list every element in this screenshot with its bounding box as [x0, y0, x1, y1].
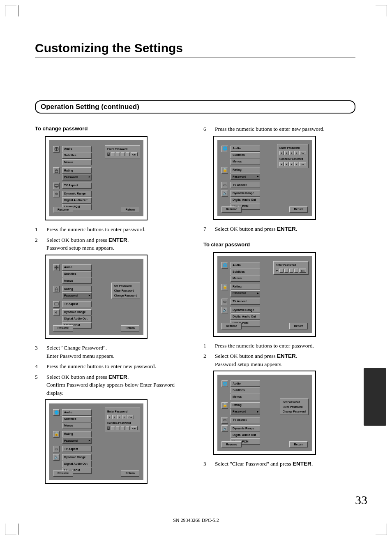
menu-item: Digital Audio Out — [62, 197, 92, 204]
thumb-tab — [364, 368, 386, 426]
return-button: Return — [121, 207, 139, 213]
tv-icon: ▭ — [221, 417, 228, 424]
osd-screenshot: 🌐AudioSubtitlesMenus 🔒RatingPassword▸ ▭T… — [213, 252, 316, 336]
globe-icon — [53, 146, 60, 153]
submenu-item: Clear Password — [113, 288, 139, 293]
step-text: Press the numeric buttons to enter new p… — [215, 125, 325, 133]
lock-icon: 🔒 — [221, 402, 228, 409]
speaker-icon: 🔊 — [53, 454, 60, 461]
crop-mark — [5, 524, 16, 535]
globe-icon — [53, 264, 60, 271]
crop-mark — [5, 5, 16, 16]
popup-label: Enter Password — [107, 147, 138, 151]
svg-rect-2 — [55, 184, 58, 187]
tv-icon: ▭ — [221, 182, 228, 188]
menu-item: TV Aspect — [62, 183, 92, 189]
menu-item: Audio — [62, 146, 92, 152]
crop-mark — [376, 5, 387, 16]
speaker-icon: 🔊 — [221, 307, 228, 313]
svg-rect-4 — [55, 289, 58, 291]
password-submenu: Set Password Clear Password Change Passw… — [111, 283, 140, 299]
lock-icon: 🔒 — [221, 167, 228, 174]
menu-item: Subtitles — [62, 153, 92, 159]
lock-icon: 🔒 — [53, 431, 60, 438]
globe-icon: 🌐 — [221, 380, 228, 387]
password-popup: Enter Password ▴▾ OK — [105, 145, 140, 158]
osd-screenshot: AudioSubtitlesMenus RatingPassword▸ TV A… — [45, 255, 148, 339]
right-column: 6Press the numeric buttons to enter new … — [203, 125, 355, 487]
speaker-icon: 🔊 — [221, 425, 228, 432]
osd-screenshot: 🌐AudioSubtitlesMenus 🔒RatingPassword▸ ▭T… — [213, 136, 316, 220]
step-text: Press the numeric buttons to enter passw… — [46, 225, 145, 234]
svg-rect-5 — [55, 303, 58, 305]
resume-button: Resume — [53, 207, 73, 213]
step-text: Press the numeric buttons to enter passw… — [215, 342, 314, 350]
page-title: Customizing the Settings — [35, 41, 355, 59]
speaker-icon — [53, 309, 60, 316]
crop-mark — [376, 524, 387, 535]
menu-item: Dynamic Range — [62, 191, 92, 197]
step-text: Select "Clear Password" and press ENTER. — [215, 460, 313, 468]
osd-screenshot: 🌐AudioSubtitlesMenus 🔒RatingPassword▸ ▭T… — [45, 399, 148, 484]
tv-icon — [53, 183, 60, 189]
lock-icon — [53, 286, 60, 292]
section-title: Operation Setting (continued) — [41, 103, 350, 111]
lock-icon: 🔒 — [221, 284, 228, 290]
step-text: Select "Change Password".Enter Password … — [46, 344, 115, 360]
page-number: 33 — [355, 493, 367, 507]
menu-item: Rating — [62, 167, 92, 174]
svg-rect-1 — [55, 171, 58, 173]
globe-icon: 🌐 — [53, 409, 60, 416]
submenu-item: Change Password — [113, 293, 139, 298]
tv-icon: ▭ — [53, 446, 60, 452]
password-popup: Enter Password ▴▾OK — [273, 261, 309, 274]
step-text: Press the numeric buttons to enter new p… — [46, 362, 156, 371]
menu-item: Menus — [62, 159, 92, 165]
left-column: To change password Audio Subtitles Menus — [35, 125, 187, 487]
step-text: Select OK button and press ENTER.Passwor… — [215, 352, 297, 368]
osd-screenshot: 🌐AudioSubtitlesMenus 🔒RatingPassword▸ ▭T… — [213, 371, 316, 455]
osd-screenshot: Audio Subtitles Menus Rating Password▸ — [45, 136, 148, 220]
sub-heading: To clear password — [203, 241, 355, 249]
globe-icon: 🌐 — [221, 262, 228, 269]
sub-heading: To change password — [35, 125, 187, 133]
step-text: Select OK button and press ENTER.Passwor… — [46, 236, 129, 252]
submenu-item: Set Password — [113, 284, 139, 288]
footer-code: SN 29343266 DPC-5.2 — [0, 517, 392, 524]
tv-icon — [53, 301, 60, 308]
tv-icon: ▭ — [221, 299, 228, 305]
step-text: Select OK button and press ENTER.Confirm… — [46, 373, 187, 397]
section-header-box: Operation Setting (continued) — [35, 100, 355, 114]
menu-item-selected: Password▸ — [62, 174, 92, 180]
globe-icon: 🌐 — [221, 146, 228, 152]
password-popup: Enter Password OK Confirm Password OK — [277, 144, 309, 169]
ok-button: OK — [131, 152, 138, 156]
speaker-icon: 🔊 — [221, 190, 228, 197]
password-submenu: Set Password Clear Password Change Passw… — [280, 399, 309, 415]
speaker-icon — [53, 191, 60, 197]
lock-icon — [53, 167, 60, 174]
password-popup: Enter Password OK Confirm Password ▴▾OK — [105, 408, 140, 432]
step-text: Select OK button and press ENTER. — [215, 225, 297, 233]
